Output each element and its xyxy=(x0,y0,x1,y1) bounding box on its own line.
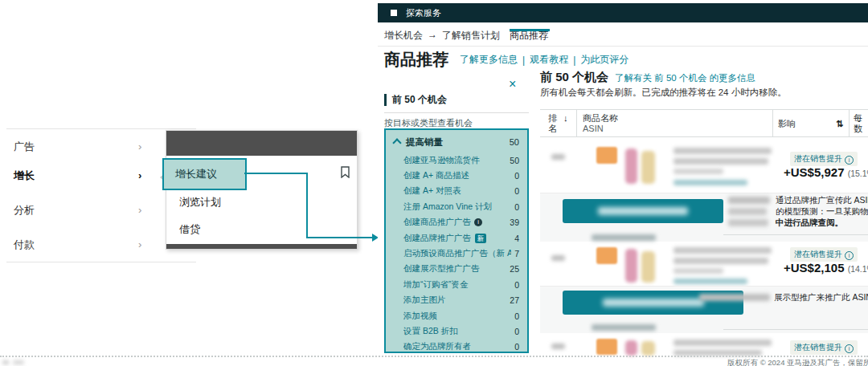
new-badge: 新 xyxy=(475,234,486,243)
filter-group-label: 按目标或类型查看机会 xyxy=(384,117,473,129)
redacted-button-label xyxy=(603,299,704,307)
impact-value: +US$5,927 (15.1%) xyxy=(784,165,868,179)
detail-line: 展示型推广来推广此 ASIN 商品。 xyxy=(774,291,868,303)
learn-more-link[interactable]: 了解更多信息 xyxy=(460,53,518,67)
selected-item-bar xyxy=(384,94,387,106)
sort-both-icon: ⇅ xyxy=(836,119,843,129)
menu-label: 广告 xyxy=(6,140,35,154)
product-image xyxy=(625,148,637,184)
filter-item-vine[interactable]: 注册 Amazon Vine 计划 0 xyxy=(386,199,527,214)
column-header-rank[interactable]: 排 ↓ 名 xyxy=(548,113,568,134)
redacted-product-title xyxy=(674,350,762,356)
filter-item-add-video[interactable]: 添加视频 0 xyxy=(386,308,527,323)
redacted-secondary-link[interactable] xyxy=(592,234,656,241)
redacted-product-title xyxy=(674,258,768,264)
filter-item-b2b-discount[interactable]: 设置 B2B 折扣 0 xyxy=(386,323,527,339)
page-title: 商品推荐 xyxy=(384,49,448,71)
sort-desc-icon: ↓ xyxy=(563,113,568,123)
active-tab-underline xyxy=(510,29,550,31)
chevron-up-icon xyxy=(392,138,401,147)
info-outline-icon: i xyxy=(845,156,854,165)
action-button-redacted[interactable] xyxy=(563,199,723,223)
chevron-right-icon: › xyxy=(138,238,141,250)
info-outline-icon: i xyxy=(845,344,854,353)
impact-badge: 潜在销售提升i xyxy=(790,340,858,355)
filter-nav-top50[interactable]: 前 50 个机会 xyxy=(392,93,447,107)
filter-section-increase-sales[interactable]: 提高销量 50 xyxy=(386,130,527,152)
redacted-detail-text xyxy=(728,208,767,215)
redacted-product-title xyxy=(674,340,772,346)
filter-item-sponsored-display[interactable]: 创建展示型推广广告 25 xyxy=(386,262,527,277)
redacted-footer-mark xyxy=(13,360,24,364)
breadcrumb-item-growth-opportunities[interactable]: 增长机会 xyxy=(384,29,423,43)
filter-item-sponsored-products[interactable]: 创建商品推广广告 i 39 xyxy=(386,215,527,230)
copyright-text: 版权所有 © 2024 亚马逊及其广告，保留所有权利 xyxy=(727,358,868,366)
info-outline-icon: i xyxy=(845,251,854,260)
redacted-product-title xyxy=(674,158,768,165)
redacted-product-title xyxy=(674,148,772,154)
filter-item-sponsored-brands[interactable]: 创建品牌推广广告 新 4 xyxy=(386,230,527,246)
column-header-cut: 每 数 xyxy=(854,113,862,134)
submenu-item-browse-plans[interactable]: 浏览计划 xyxy=(179,195,221,209)
redacted-detail-text xyxy=(728,219,768,226)
redacted-rank xyxy=(551,255,565,261)
filter-section-label: 提高销量 xyxy=(406,136,510,148)
content-heading: 前 50 个机会 xyxy=(540,70,608,83)
table-header: 排 ↓ 名 商品名称 ASIN 影响 ⇅ 每 数 xyxy=(540,109,868,137)
menu-label: 付款 xyxy=(6,238,35,252)
callout-line-vertical xyxy=(306,173,308,238)
filter-item-aplus-description[interactable]: 创建 A+ 商品描述 0 xyxy=(386,168,527,183)
breadcrumb-item-learn-selling-plan[interactable]: 了解销售计划 xyxy=(442,29,500,43)
product-image xyxy=(625,249,637,283)
top-bar-title: 探索服务 xyxy=(406,7,441,19)
impact-value: +US$2,105 (14.1%) xyxy=(784,261,868,274)
filter-item-brand-owner[interactable]: 确定为品牌所有者 0 xyxy=(386,340,527,353)
chevron-right-icon: › xyxy=(138,169,141,181)
page-title-row: 商品推荐 了解更多信息 | 观看教程 | 为此页评分 xyxy=(384,49,628,71)
heading-learn-more-link[interactable]: 了解有关 前 50 个机会 的更多信息 xyxy=(615,73,755,83)
impact-column-divider xyxy=(723,234,868,235)
redacted-link[interactable] xyxy=(674,180,747,185)
product-image xyxy=(641,251,655,283)
detail-line: 的模型预测：一旦某购物者购买 xyxy=(776,205,868,217)
redacted-button-label xyxy=(598,207,688,215)
submenu-item-growth-recommendations[interactable]: 增长建议 xyxy=(162,158,247,190)
breadcrumb: 增长机会 → 了解销售计划 商品推荐 xyxy=(378,22,868,47)
app-top-bar: 探索服务 xyxy=(378,3,868,22)
redacted-link[interactable] xyxy=(674,279,747,284)
close-icon[interactable]: × xyxy=(509,78,516,91)
product-image xyxy=(641,341,655,356)
link-separator: | xyxy=(518,55,530,66)
watch-tutorial-link[interactable]: 观看教程 xyxy=(530,53,568,67)
redacted-submenu-header xyxy=(166,131,357,156)
product-color-swatch xyxy=(596,339,617,355)
filter-item-subscribe-save-funds[interactable]: 增加“订购省”资金 0 xyxy=(386,277,527,292)
refresh-note: 所有机会每天都会刷新。已完成的推荐将在 24 小时内移除。 xyxy=(540,87,787,99)
content-heading-row: 前 50 个机会了解有关 前 50 个机会 的更多信息 xyxy=(540,70,755,85)
product-color-swatch xyxy=(596,247,617,264)
app-panel: 探索服务 增长机会 → 了解销售计划 商品推荐 商品推荐 了解更多信息 | 观看… xyxy=(378,0,868,356)
submenu-label: 增长建议 xyxy=(164,167,217,181)
submenu-item-lending[interactable]: 借贷 xyxy=(179,222,200,237)
redacted-submenu-footer xyxy=(166,244,357,249)
menu-square-icon[interactable] xyxy=(391,10,397,16)
chevron-right-icon: › xyxy=(138,140,141,152)
redacted-asin xyxy=(674,268,723,274)
column-header-impact[interactable]: 影响 xyxy=(778,119,796,129)
detail-line: 通过品牌推广宣传此 ASIN，帮助 xyxy=(776,194,868,205)
submenu-label: 浏览计划 xyxy=(179,196,221,208)
breadcrumb-arrow-icon: → xyxy=(428,29,437,40)
column-separator xyxy=(772,110,773,137)
column-separator xyxy=(849,110,850,137)
filter-item-fba-shipment[interactable]: 创建亚马逊物流货件 50 xyxy=(386,152,527,168)
redacted-secondary-link[interactable] xyxy=(592,324,656,331)
filter-item-add-main-image[interactable]: 添加主图片 27 xyxy=(386,293,527,308)
filter-item-preset-sponsored-products[interactable]: 启动预设商品推广广告（新 ASIN） 7 xyxy=(386,246,527,261)
bookmark-icon[interactable] xyxy=(340,166,350,178)
redacted-footer-mark xyxy=(2,360,9,364)
chevron-right-icon: › xyxy=(138,204,141,216)
filter-item-aplus-comparison[interactable]: 创建 A+ 对照表 0 xyxy=(386,184,527,199)
info-icon: i xyxy=(474,218,482,226)
rate-page-link[interactable]: 为此页评分 xyxy=(580,53,628,67)
redacted-rank xyxy=(551,154,565,160)
